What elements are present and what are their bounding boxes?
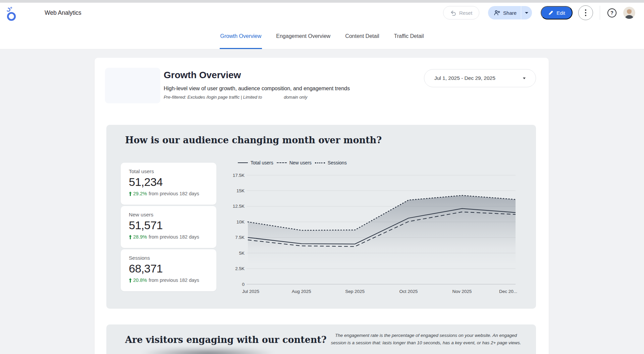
audience-chart: 02.5K5K7.5K10K12.5K15K17.5KJul 2025Aug 2… — [231, 168, 520, 297]
share-dropdown-button[interactable] — [521, 6, 532, 19]
edit-button[interactable]: Edit — [541, 6, 573, 19]
legend-new-users: New users — [277, 160, 312, 165]
audience-section: How is our audience changing month over … — [106, 125, 536, 309]
kpi-label: Sessions — [129, 255, 208, 261]
report-tabs: Growth Overview Engagement Overview Cont… — [0, 23, 644, 49]
reset-label: Reset — [459, 10, 472, 16]
more-vert-icon — [585, 9, 586, 11]
chart-legend: Total users New users Sessions — [238, 160, 348, 165]
svg-text:0: 0 — [242, 282, 245, 287]
kpi-delta: 29.2% from previous 182 days — [129, 191, 208, 196]
svg-text:2.5K: 2.5K — [235, 266, 245, 271]
pencil-icon — [548, 10, 553, 15]
kpi-delta: 20.8% from previous 182 days — [129, 277, 208, 283]
report-title: Growth Overview — [164, 70, 241, 81]
more-options-button[interactable] — [578, 5, 593, 20]
topbar-divider — [600, 6, 600, 20]
reset-button[interactable]: Reset — [443, 6, 479, 19]
svg-text:Sep 2025: Sep 2025 — [345, 289, 365, 294]
report-prefilter-note: Pre-filtered: Excludes /login page traff… — [164, 95, 307, 100]
svg-text:17.5K: 17.5K — [233, 173, 245, 178]
kpi-new-users: New users 51,571 28.9% from previous 182… — [121, 206, 216, 248]
report-card: Growth Overview High-level view of user … — [95, 58, 549, 354]
window-top-strip — [0, 0, 644, 3]
tab-traffic-detail[interactable]: Traffic Detail — [393, 23, 425, 49]
solid-line-sample — [238, 162, 248, 163]
kpi-value: 68,371 — [129, 262, 208, 275]
svg-text:Jul 2025: Jul 2025 — [242, 289, 259, 294]
tab-growth-overview[interactable]: Growth Overview — [220, 23, 262, 49]
date-range-selector[interactable]: Jul 1, 2025 - Dec 29, 2025 — [424, 69, 536, 87]
undo-icon — [450, 10, 456, 16]
legend-total-users: Total users — [238, 160, 273, 165]
chevron-down-icon — [525, 12, 528, 14]
share-button[interactable]: Share — [488, 6, 521, 19]
edit-label: Edit — [556, 10, 565, 16]
avatar[interactable] — [623, 7, 635, 19]
arrow-up-icon — [129, 278, 132, 283]
page-title: Web Analytics — [45, 9, 82, 16]
svg-text:Aug 2025: Aug 2025 — [292, 289, 311, 294]
svg-text:7.5K: 7.5K — [235, 235, 245, 240]
svg-text:12.5K: 12.5K — [233, 204, 245, 209]
legend-sessions: Sessions — [315, 160, 347, 165]
help-button[interactable]: ? — [607, 8, 616, 17]
topbar-actions: Reset Share Edit — [443, 3, 635, 23]
chevron-down-icon — [523, 78, 526, 79]
svg-text:15K: 15K — [236, 188, 245, 193]
kpi-label: Total users — [129, 168, 208, 174]
kpi-total-users: Total users 51,234 29.2% from previous 1… — [121, 163, 216, 205]
kpi-cards: Total users 51,234 29.2% from previous 1… — [121, 163, 216, 291]
avatar-image — [623, 7, 635, 19]
svg-text:10K: 10K — [236, 219, 245, 224]
arrow-up-icon — [129, 192, 132, 196]
tab-content-detail[interactable]: Content Detail — [344, 23, 380, 49]
kpi-label: New users — [129, 212, 208, 218]
share-label: Share — [503, 10, 517, 16]
svg-text:Oct 2025: Oct 2025 — [399, 289, 418, 294]
engagement-section-title: Are visitors engaging with our content? — [125, 335, 327, 345]
arrow-up-icon — [129, 235, 132, 239]
dashed-line-sample — [277, 162, 287, 163]
kpi-value: 51,571 — [129, 219, 208, 232]
app-logo-icon — [3, 5, 19, 22]
kpi-value: 51,234 — [129, 175, 208, 189]
svg-text:5K: 5K — [239, 251, 245, 256]
top-bar: Web Analytics Reset Share — [0, 3, 644, 23]
dotted-line-sample — [315, 162, 325, 163]
report-subtitle: High-level view of user growth, audience… — [164, 86, 350, 92]
engagement-rate-note: The engagement rate is the percentage of… — [330, 332, 522, 347]
svg-text:Nov 2025: Nov 2025 — [452, 289, 472, 294]
kpi-sessions: Sessions 68,371 20.8% from previous 182 … — [121, 249, 216, 291]
tab-engagement-overview[interactable]: Engagement Overview — [275, 23, 331, 49]
svg-text:Dec 20...: Dec 20... — [499, 289, 517, 294]
audience-section-title: How is our audience changing month over … — [125, 135, 382, 145]
person-add-icon — [494, 10, 500, 16]
date-range-value: Jul 1, 2025 - Dec 29, 2025 — [434, 75, 495, 81]
engagement-section: Are visitors engaging with our content? … — [106, 324, 536, 354]
share-split-button: Share — [488, 6, 532, 19]
report-thumbnail — [105, 68, 160, 103]
kpi-delta: 28.9% from previous 182 days — [129, 234, 208, 240]
